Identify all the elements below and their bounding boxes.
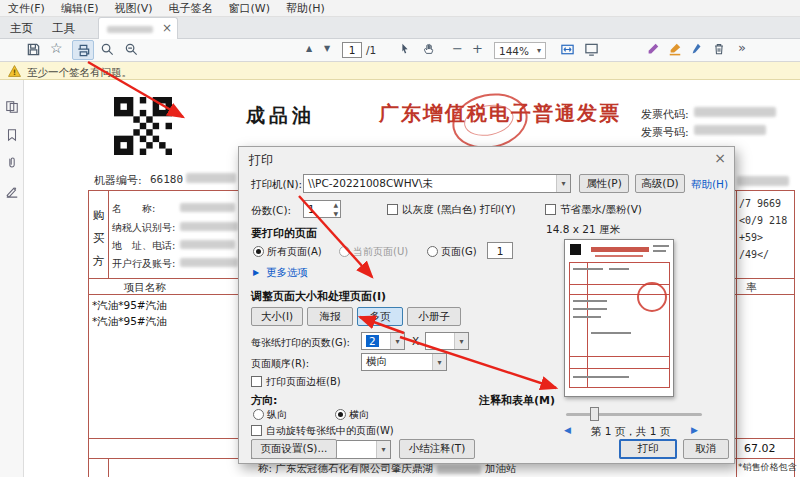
current-page-radio[interactable] bbox=[339, 246, 350, 257]
svg-text:!: ! bbox=[13, 68, 16, 77]
more-tools-icon[interactable]: » bbox=[738, 40, 746, 55]
pages-radio-label[interactable]: 页面(G) bbox=[441, 245, 477, 259]
summarize-comments-button[interactable]: 小结注释(T) bbox=[399, 439, 475, 459]
zoom-tool-icon[interactable] bbox=[124, 42, 139, 57]
page-order-select[interactable]: 横向 ▾ bbox=[361, 353, 447, 371]
by-label: X bbox=[412, 335, 419, 347]
buyer-value-redacted bbox=[180, 240, 235, 249]
menu-edit[interactable]: 编辑(E) bbox=[61, 1, 99, 16]
main-toolbar: ☆ ▲ ▼ /1 − + 144% ▾ bbox=[0, 39, 800, 62]
chevron-down-icon: ▾ bbox=[390, 333, 404, 349]
menu-view[interactable]: 视图(V) bbox=[114, 1, 152, 16]
auto-rotate-checkbox[interactable] bbox=[251, 425, 262, 436]
more-options-arrow-icon: ▶ bbox=[253, 268, 259, 277]
sign-tool-icon[interactable] bbox=[690, 42, 704, 56]
paper-size-label: 14.8 x 21 厘米 bbox=[546, 223, 620, 237]
page-thumbnails-icon[interactable] bbox=[5, 100, 19, 114]
seller-line: 称: 广东宏冠德石化有限公司肇庆鼎湖加油站 bbox=[258, 462, 516, 476]
table-line bbox=[108, 458, 109, 477]
next-page-icon[interactable]: ▼ bbox=[324, 44, 330, 53]
zoom-level-value: 144% bbox=[499, 45, 529, 57]
bookmarks-icon[interactable] bbox=[5, 128, 19, 142]
invoice-footnote: *销售价格包含 bbox=[738, 461, 797, 474]
cancel-button[interactable]: 取消 bbox=[683, 439, 729, 459]
print-button[interactable]: 打印 bbox=[619, 439, 677, 459]
page-display-icon[interactable] bbox=[584, 42, 599, 57]
page-border-checkbox[interactable] bbox=[251, 376, 262, 387]
advanced-button[interactable]: 高级(D) bbox=[635, 174, 685, 193]
chevron-down-icon: ▾ bbox=[556, 175, 570, 192]
poster-mode-button[interactable]: 海报 bbox=[307, 307, 353, 326]
tab-home[interactable]: 主页 bbox=[10, 21, 33, 36]
multiple-mode-button[interactable]: 多页 bbox=[357, 307, 403, 326]
menu-window[interactable]: 窗口(W) bbox=[229, 1, 270, 16]
buyer-value-redacted bbox=[180, 258, 238, 267]
pages-per-sheet-label: 每张纸打印的页数(G): bbox=[251, 336, 350, 350]
copies-label: 份数(C): bbox=[251, 204, 291, 218]
table-line bbox=[88, 190, 89, 477]
page-setup-button[interactable]: 页面设置(S)... bbox=[251, 439, 337, 459]
stepper-down-icon[interactable]: ▼ bbox=[333, 210, 338, 217]
tab-close-icon[interactable]: × bbox=[162, 21, 172, 35]
pages-radio[interactable] bbox=[427, 246, 438, 257]
left-panel-rail bbox=[0, 80, 24, 477]
preview-subtitle-mark bbox=[595, 255, 643, 257]
highlighter-tool-icon[interactable] bbox=[668, 42, 682, 56]
grayscale-checkbox[interactable] bbox=[387, 204, 398, 215]
menu-file[interactable]: 文件(F) bbox=[8, 1, 45, 16]
landscape-radio[interactable] bbox=[335, 409, 346, 420]
previous-page-icon[interactable]: ▲ bbox=[306, 44, 312, 53]
menu-bar: 文件(F) 编辑(E) 视图(V) 电子签名 窗口(W) 帮助(H) bbox=[0, 0, 800, 17]
pages-range-input[interactable] bbox=[487, 242, 513, 259]
pages-per-sheet-select[interactable]: 2 ▾ bbox=[361, 332, 405, 350]
warning-icon: ! bbox=[8, 65, 21, 77]
search-icon[interactable] bbox=[100, 42, 115, 57]
document-tab[interactable]: × bbox=[98, 17, 178, 39]
all-pages-radio[interactable] bbox=[253, 246, 264, 257]
cipher-line: <0/9 218 bbox=[739, 215, 787, 226]
size-mode-button[interactable]: 大小(I) bbox=[251, 307, 303, 326]
page-border-label[interactable]: 打印页面边框(B) bbox=[266, 375, 341, 389]
zoom-in-icon[interactable]: + bbox=[472, 41, 483, 56]
save-icon[interactable] bbox=[26, 42, 41, 57]
preview-next-page-icon[interactable]: ▶ bbox=[691, 425, 698, 435]
landscape-label[interactable]: 横向 bbox=[349, 408, 369, 422]
pages-per-sheet-second-select[interactable]: ▾ bbox=[425, 332, 469, 350]
stepper-up-icon[interactable]: ▲ bbox=[333, 201, 338, 208]
printer-select[interactable]: \\PC-20221008CWHV\未 ▾ bbox=[303, 174, 571, 193]
preview-zoom-slider-handle[interactable] bbox=[590, 407, 599, 421]
properties-button[interactable]: 属性(P) bbox=[579, 174, 629, 193]
page-number-input[interactable] bbox=[342, 42, 362, 58]
dialog-close-icon[interactable]: × bbox=[714, 150, 726, 166]
star-icon[interactable]: ☆ bbox=[50, 40, 63, 56]
pencil-tool-icon[interactable] bbox=[646, 42, 660, 56]
portrait-label[interactable]: 纵向 bbox=[267, 408, 287, 422]
preview-zoom-slider-track[interactable] bbox=[566, 413, 702, 416]
all-pages-label[interactable]: 所有页面(A) bbox=[267, 245, 322, 259]
preview-text-mark bbox=[653, 245, 669, 247]
copies-stepper[interactable]: 1 ▲ ▼ bbox=[303, 200, 341, 218]
auto-rotate-label[interactable]: 自动旋转每张纸中的页面(W) bbox=[266, 424, 394, 438]
invoice-number-label: 发票号码: bbox=[641, 125, 689, 140]
save-ink-checkbox[interactable] bbox=[545, 204, 556, 215]
more-options-link[interactable]: 更多选项 bbox=[266, 266, 308, 280]
portrait-radio[interactable] bbox=[253, 409, 264, 420]
printer-label: 打印机(N): bbox=[251, 178, 302, 192]
tab-tools[interactable]: 工具 bbox=[52, 21, 75, 36]
preview-prev-page-icon[interactable]: ◀ bbox=[564, 425, 571, 435]
pages-group-title: 要打印的页面 bbox=[251, 226, 317, 241]
menu-esign[interactable]: 电子签名 bbox=[169, 1, 213, 16]
print-icon[interactable] bbox=[72, 40, 94, 60]
signatures-panel-icon[interactable] bbox=[5, 184, 19, 198]
trash-icon[interactable] bbox=[712, 42, 726, 56]
attachments-icon[interactable] bbox=[5, 156, 19, 170]
zoom-level-select[interactable]: 144% ▾ bbox=[494, 42, 546, 59]
fit-width-icon[interactable] bbox=[560, 42, 575, 57]
zoom-out-icon[interactable]: − bbox=[452, 41, 463, 56]
comments-group-title: 注释和表单(M) bbox=[479, 393, 555, 408]
select-tool-icon[interactable] bbox=[398, 42, 412, 56]
help-link[interactable]: 帮助(H) bbox=[691, 178, 728, 192]
hand-tool-icon[interactable] bbox=[422, 42, 436, 56]
booklet-mode-button[interactable]: 小册子 bbox=[407, 307, 461, 326]
menu-help[interactable]: 帮助(H) bbox=[286, 1, 325, 16]
